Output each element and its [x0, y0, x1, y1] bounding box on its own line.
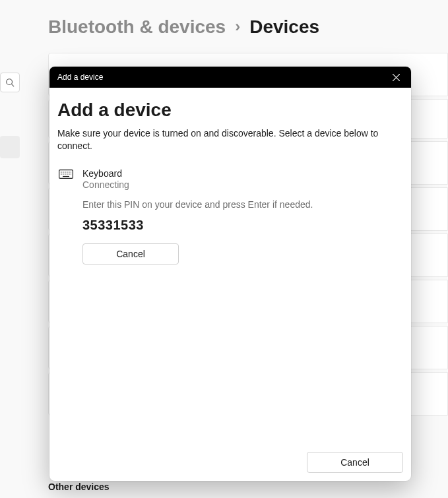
dialog-subtext: Make sure your device is turned on and d…	[57, 127, 387, 152]
add-device-dialog: Add a device Add a device Make sure your…	[49, 67, 411, 481]
chevron-right-icon: ›	[235, 17, 240, 36]
search-icon	[5, 78, 15, 87]
device-info: Keyboard Connecting Enter this PIN on yo…	[82, 168, 402, 265]
other-devices-heading: Other devices	[48, 482, 110, 492]
keyboard-icon	[59, 168, 75, 265]
device-cancel-button[interactable]: Cancel	[82, 243, 179, 265]
search-input[interactable]	[0, 73, 20, 92]
pin-code: 35331533	[82, 218, 402, 233]
breadcrumb-current: Devices	[249, 16, 319, 38]
device-status: Connecting	[82, 179, 402, 190]
svg-point-0	[7, 79, 13, 85]
dialog-cancel-button[interactable]: Cancel	[307, 452, 403, 473]
sidebar-sliver	[0, 0, 21, 498]
dialog-titlebar-text: Add a device	[57, 73, 103, 82]
dialog-heading: Add a device	[57, 100, 403, 121]
device-name: Keyboard	[82, 168, 402, 179]
close-button[interactable]	[381, 67, 411, 88]
dialog-titlebar: Add a device	[49, 67, 411, 88]
breadcrumb: Bluetooth & devices › Devices	[48, 16, 319, 38]
device-item[interactable]: Keyboard Connecting Enter this PIN on yo…	[57, 166, 403, 270]
sidebar-item-selected[interactable]	[0, 136, 20, 158]
breadcrumb-parent[interactable]: Bluetooth & devices	[48, 16, 226, 38]
svg-line-1	[12, 84, 15, 87]
close-icon	[393, 74, 400, 81]
pin-instruction: Enter this PIN on your device and press …	[82, 199, 402, 210]
dialog-body: Add a device Make sure your device is tu…	[49, 88, 411, 481]
